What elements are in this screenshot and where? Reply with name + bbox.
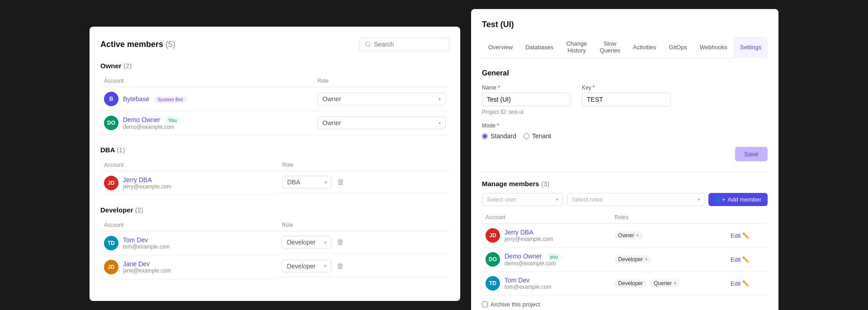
- member-email: tom@example.com: [505, 284, 552, 290]
- chevron-down-icon: ▾: [439, 97, 441, 102]
- you-badge: you: [546, 253, 561, 260]
- panel-header: Active members (5): [100, 38, 449, 51]
- table-row: DO Demo Owner You demo@example.com: [100, 111, 449, 135]
- account-cell: DO Demo Owner You demo@example.com: [104, 116, 310, 130]
- developer-section: Developer (2) Account Role TD Tom Dev: [100, 206, 449, 279]
- archive-label: Archive this project: [491, 301, 540, 308]
- account-cell: B Bytebase System Bot: [104, 92, 310, 106]
- plus-icon[interactable]: +: [645, 256, 648, 263]
- avatar: TD: [104, 236, 118, 250]
- role-select-owner2[interactable]: Owner ▾: [317, 117, 446, 129]
- member-controls: Select user ▾ Select roles ▾ 👤+ Add memb…: [482, 193, 768, 206]
- account-cell: DO Demo Owner you demo@example.com: [486, 252, 607, 267]
- dba-heading: DBA (1): [100, 146, 449, 154]
- delete-button[interactable]: 🗑: [335, 236, 346, 248]
- col-actions-manage: [727, 211, 768, 224]
- chevron-down-icon: ▾: [324, 240, 326, 245]
- col-account-manage: Account: [482, 211, 611, 224]
- edit-button[interactable]: Edit ✏️: [731, 256, 750, 263]
- col-role-owner: Role: [314, 75, 449, 87]
- chevron-down-icon: ▾: [439, 121, 441, 126]
- member-email: demo@example.com: [123, 124, 180, 130]
- mode-standard-radio[interactable]: [482, 133, 488, 139]
- member-name: Jane Dev: [123, 260, 150, 268]
- delete-button[interactable]: 🗑: [335, 176, 346, 188]
- table-row: JD Jane Dev jane@example.com Developer ▾: [100, 255, 449, 279]
- role-select-owner[interactable]: Owner ▾: [317, 93, 446, 105]
- avatar: JD: [104, 176, 118, 190]
- col-roles-manage: Roles: [611, 211, 727, 224]
- search-input[interactable]: [374, 41, 443, 48]
- panel-title: Active members (5): [100, 40, 175, 49]
- tab-webhooks[interactable]: Webhooks: [693, 37, 734, 58]
- mode-tenant-radio[interactable]: [524, 133, 529, 139]
- panel-title-text: Active members: [100, 40, 163, 49]
- member-name: Bytebase: [123, 95, 149, 103]
- table-row: B Bytebase System Bot Owner: [100, 87, 449, 111]
- member-email: jane@example.com: [123, 268, 171, 274]
- owner-heading: Owner (2): [100, 62, 449, 70]
- role-select-developer2[interactable]: Developer ▾: [282, 260, 331, 272]
- plus-icon[interactable]: +: [674, 280, 677, 287]
- name-group: Name * Project ID: test-ui: [482, 85, 571, 115]
- table-row: JD Jerry DBA jerry@example.com Owner + E…: [482, 224, 768, 248]
- key-group: Key *: [582, 85, 671, 115]
- divider: [482, 172, 768, 173]
- right-panel: Test (UI) Overview Databases Change Hist…: [471, 9, 778, 310]
- plus-icon[interactable]: +: [636, 232, 639, 239]
- tab-activities[interactable]: Activities: [627, 37, 662, 58]
- key-input[interactable]: [582, 93, 671, 106]
- role-tag: Developer: [614, 279, 646, 287]
- col-account-dev: Account: [100, 219, 278, 231]
- select-user-dropdown[interactable]: Select user ▾: [482, 193, 563, 206]
- mode-standard[interactable]: Standard: [482, 132, 516, 140]
- tab-bar: Overview Databases Change History Slow Q…: [482, 37, 768, 58]
- name-key-row: Name * Project ID: test-ui Key *: [482, 85, 768, 115]
- col-role-dba: Role: [278, 159, 449, 171]
- name-input[interactable]: [482, 93, 571, 106]
- account-cell: TD Tom Dev tom@example.com: [104, 236, 274, 250]
- avatar: JD: [486, 228, 500, 243]
- general-section: General Name * Project ID: test-ui Key *…: [482, 69, 768, 161]
- mode-radio-group: Standard Tenant: [482, 132, 768, 140]
- avatar: DO: [104, 116, 118, 130]
- member-name: Jerry DBA: [123, 176, 152, 183]
- system-bot-badge: System Bot: [154, 96, 186, 103]
- dba-section: DBA (1) Account Role JD Jerry DBA jer: [100, 146, 449, 195]
- archive-checkbox[interactable]: [482, 301, 488, 307]
- role-select-dba[interactable]: DBA ▾: [282, 176, 332, 188]
- role-select-developer1[interactable]: Developer ▾: [282, 236, 331, 249]
- account-cell: JD Jerry DBA jerry@example.com: [486, 228, 607, 243]
- tab-change-history[interactable]: Change History: [560, 37, 593, 58]
- owner-section: Owner (2) Account Role B Bytebase: [100, 62, 449, 135]
- edit-button[interactable]: Edit ✏️: [731, 232, 750, 239]
- tab-overview[interactable]: Overview: [482, 37, 519, 58]
- member-email: jerry@example.com: [505, 236, 553, 242]
- avatar: TD: [486, 276, 500, 291]
- member-name: Tom Dev: [123, 236, 148, 244]
- dba-table: Account Role JD Jerry DBA jerry@example.…: [100, 159, 449, 195]
- member-name: Tom Dev: [505, 277, 529, 284]
- member-name: Demo Owner: [123, 116, 160, 123]
- key-label: Key *: [582, 85, 671, 91]
- svg-line-1: [369, 46, 371, 47]
- mode-tenant[interactable]: Tenant: [524, 132, 551, 140]
- search-icon: [365, 41, 371, 47]
- edit-button[interactable]: Edit ✏️: [731, 280, 750, 287]
- tab-settings[interactable]: Settings: [734, 37, 768, 58]
- left-panel: Active members (5) Owner (2) Account Rol…: [90, 27, 460, 301]
- tab-databases[interactable]: Databases: [519, 37, 560, 58]
- project-id-label: Project ID: test-ui: [482, 109, 571, 115]
- manage-members-table: Account Roles JD Jerry DBA jerry@example…: [482, 211, 768, 296]
- mode-group: Mode * Standard Tenant: [482, 122, 768, 140]
- search-box[interactable]: [359, 38, 449, 51]
- select-roles-dropdown[interactable]: Select roles ▾: [567, 193, 705, 206]
- archive-row[interactable]: Archive this project: [482, 301, 768, 308]
- save-button[interactable]: Save: [735, 147, 768, 161]
- tab-gitops[interactable]: GitOps: [662, 37, 693, 58]
- add-member-button[interactable]: 👤+ Add member: [708, 193, 768, 206]
- chevron-down-icon: ▾: [325, 180, 327, 185]
- tab-slow-queries[interactable]: Slow Queries: [594, 37, 627, 58]
- delete-button[interactable]: 🗑: [335, 260, 346, 272]
- chevron-down-icon: ▾: [556, 197, 558, 202]
